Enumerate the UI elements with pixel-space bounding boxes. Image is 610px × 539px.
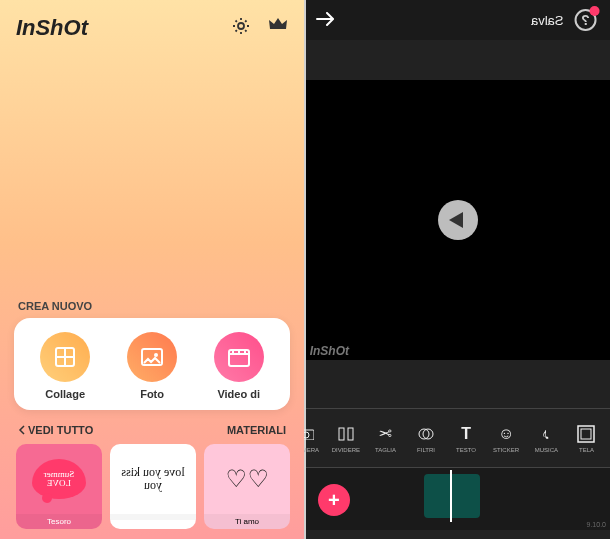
material-item[interactable]: ♡♡ Ti amo [204, 444, 290, 529]
option-label: Collage [46, 388, 86, 400]
video-preview[interactable]: InShOt [306, 80, 610, 360]
save-button[interactable]: Salva [531, 13, 564, 28]
tool-split[interactable]: DIVIDERE [326, 424, 366, 453]
collage-icon [40, 332, 90, 382]
svg-rect-4 [348, 428, 353, 440]
materials-header: VEDI TUTTO MATERIALI [0, 424, 304, 444]
svg-point-8 [238, 23, 244, 29]
notification-dot-icon [590, 6, 600, 16]
photo-icon [127, 332, 177, 382]
editor-pane: ? Salva InShOt TELA ♪MUSICA ☺STICKER TTE… [306, 0, 610, 539]
timeline-clip[interactable] [424, 474, 480, 518]
materials-row: ♡♡ Ti amo love you kiss you Summer LOVE … [0, 444, 304, 539]
option-video[interactable]: Video di [199, 332, 279, 400]
app-logo: InShOt [16, 15, 88, 41]
back-arrow-icon[interactable] [316, 10, 334, 31]
home-topbar: InShOt [0, 0, 304, 56]
material-thumb-hearts: ♡♡ [204, 444, 290, 514]
playhead-icon[interactable] [450, 470, 452, 522]
video-icon [214, 332, 264, 382]
crown-icon[interactable] [268, 17, 288, 39]
version-label: 9.10.0 [587, 521, 606, 528]
timeline[interactable]: + 9.10.0 [306, 468, 610, 530]
option-label: Video di [217, 388, 260, 400]
svg-point-11 [154, 353, 158, 357]
svg-rect-0 [578, 426, 594, 442]
create-section-label: CREA NUOVO [0, 300, 304, 318]
svg-rect-1 [581, 429, 591, 439]
help-icon[interactable]: ? [572, 6, 600, 34]
svg-rect-5 [339, 428, 344, 440]
material-item[interactable]: love you kiss you [110, 444, 196, 529]
tool-canvas[interactable]: TELA [566, 424, 606, 453]
tool-row: TELA ♪MUSICA ☺STICKER TTESTO FILTRI ✂TAG… [306, 408, 610, 468]
home-pane: InShOt CREA NUOVO Video di Foto Collage … [0, 0, 304, 539]
add-clip-button[interactable]: + [318, 484, 350, 516]
materials-section-label: MATERIALI [227, 424, 286, 436]
editor-topbar: ? Salva [306, 0, 610, 40]
watermark-label: InShOt [310, 344, 349, 358]
material-caption [110, 514, 196, 520]
option-collage[interactable]: Collage [25, 332, 105, 400]
tool-cut[interactable]: ✂TAGLIA [366, 424, 406, 453]
material-caption: Ti amo [204, 514, 290, 529]
tool-text[interactable]: TTESTO [446, 424, 486, 453]
tool-sticker[interactable]: ☺STICKER [486, 424, 526, 453]
gear-icon[interactable] [232, 17, 250, 39]
tool-music[interactable]: ♪MUSICA [526, 424, 566, 453]
material-caption: Tesoro [16, 514, 102, 529]
option-label: Foto [140, 388, 164, 400]
material-thumb-bubble: Summer LOVE [16, 444, 102, 514]
option-photo[interactable]: Foto [112, 332, 192, 400]
tool-filter[interactable]: FILTRI [406, 424, 446, 453]
create-card: Video di Foto Collage [14, 318, 290, 410]
play-button[interactable] [438, 200, 478, 240]
see-all-button[interactable]: VEDI TUTTO [18, 424, 93, 436]
material-thumb-script: love you kiss you [110, 444, 196, 514]
material-item[interactable]: Summer LOVE Tesoro [16, 444, 102, 529]
